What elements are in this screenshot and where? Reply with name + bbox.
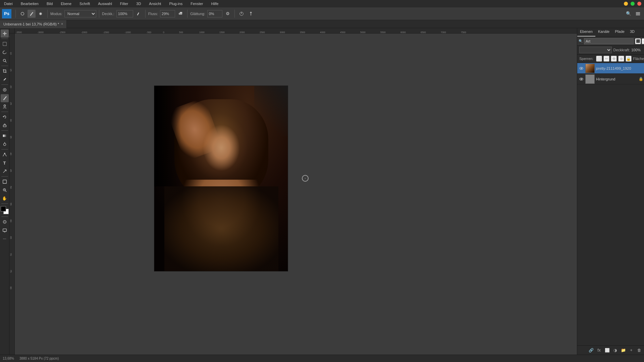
layer-row[interactable]: Hintergrund 🔒	[577, 74, 644, 84]
lock-position-btn[interactable]: ✤	[611, 56, 617, 62]
document-tab[interactable]: Unbenannt-1 bei 13,7% (RGB/8) * ×	[0, 20, 67, 28]
quick-select-tool[interactable]	[1, 57, 9, 65]
clone-tool[interactable]	[1, 103, 9, 111]
canvas-viewport[interactable]	[15, 34, 577, 355]
svg-line-12	[5, 61, 6, 63]
canvas-area: -3500 -3000 -2500 -2000 -1500 -1000 -500…	[9, 28, 577, 355]
text-tool[interactable]: T	[1, 159, 9, 167]
layer-fx-btn[interactable]: fx	[596, 347, 602, 354]
layer-new-btn[interactable]: +	[628, 347, 635, 354]
lasso-tool[interactable]	[1, 48, 9, 56]
screen-mode-btn[interactable]	[1, 226, 9, 234]
layer-mask-btn[interactable]: ⬜	[604, 347, 610, 354]
workspace-btn[interactable]	[634, 10, 642, 18]
dodge-tool[interactable]	[1, 140, 9, 148]
crop-tool[interactable]	[1, 67, 9, 75]
canvas-document	[154, 85, 288, 272]
close-button[interactable]	[637, 2, 641, 6]
lock-artboard-btn[interactable]: ⊕	[618, 56, 624, 62]
glattung-input[interactable]	[207, 10, 222, 17]
menubar: Datei Bearbeiten Bild Ebene Schrift Ausw…	[0, 0, 644, 7]
svg-point-14	[4, 105, 5, 107]
quick-mask-btn[interactable]	[1, 218, 9, 226]
layer-filter-pixel-btn[interactable]: ⬛	[635, 38, 641, 44]
shape-tool[interactable]	[1, 178, 9, 186]
layer-visibility-btn[interactable]	[579, 66, 584, 71]
lock-pixels-btn[interactable]: ✏	[603, 56, 609, 62]
menu-hilfe[interactable]: Hilfe	[210, 1, 220, 6]
tab-close-btn[interactable]: ×	[61, 22, 63, 26]
deckung-input[interactable]	[116, 10, 133, 17]
menu-ansicht[interactable]: Ansicht	[148, 1, 162, 6]
eraser-tool[interactable]	[1, 121, 9, 129]
pen-tool[interactable]	[1, 150, 9, 159]
airbrush-btn[interactable]	[176, 10, 184, 18]
tab-kanaele[interactable]: Kanäle	[595, 28, 612, 37]
layer-name: pretty-2111499_1920	[596, 66, 643, 70]
brush-btn[interactable]	[28, 10, 36, 18]
move-tool[interactable]	[1, 29, 9, 38]
zoom-tool[interactable]	[1, 186, 9, 194]
menu-auswahl[interactable]: Auswahl	[97, 1, 113, 6]
tab-3d[interactable]: 3D	[627, 28, 637, 37]
menu-fenster[interactable]: Fenster	[189, 1, 204, 6]
lock-all-btn[interactable]: 🔒	[626, 56, 632, 62]
opacity-value[interactable]: 100%	[631, 48, 642, 52]
menu-3d[interactable]: 3D	[135, 1, 142, 6]
tab-pfade[interactable]: Pfade	[612, 28, 627, 37]
menu-schrift[interactable]: Schrift	[78, 1, 91, 6]
menu-bild[interactable]: Bild	[45, 1, 54, 6]
maximize-button[interactable]	[631, 2, 635, 6]
healing-tool[interactable]	[1, 86, 9, 94]
toolbar: Ps Modus: Normal Multiplizieren Bildschi…	[0, 7, 644, 20]
layer-visibility-btn[interactable]	[579, 76, 584, 82]
symmetry-btn[interactable]	[247, 10, 255, 18]
deckung-pen-btn[interactable]	[135, 10, 143, 18]
menu-plugins[interactable]: Plug-ins	[168, 1, 184, 6]
minimize-button[interactable]	[624, 2, 628, 6]
toolbar-sep-1	[15, 10, 16, 18]
menu-filter[interactable]: Filter	[119, 1, 129, 6]
search-btn[interactable]: 🔍	[625, 10, 633, 18]
marquee-tool[interactable]	[1, 40, 9, 48]
fluss-input[interactable]	[160, 10, 175, 17]
path-select-tool[interactable]	[1, 167, 9, 175]
layer-delete-btn[interactable]: 🗑	[636, 347, 643, 354]
hand-tool[interactable]: ✋	[1, 194, 9, 202]
layer-type-search[interactable]	[584, 38, 634, 44]
eyedropper-tool[interactable]	[1, 75, 9, 83]
svg-rect-26	[3, 229, 6, 232]
layers-list: pretty-2111499_1920 Hintergrund 🔒	[577, 63, 644, 345]
menu-bearbeiten[interactable]: Bearbeiten	[19, 1, 40, 6]
blend-mode-select[interactable]: Normal	[579, 47, 612, 53]
ltool-sep-6	[1, 149, 8, 149]
brush-options-btn[interactable]	[18, 10, 26, 18]
cursor	[302, 175, 309, 182]
tab-ebenen[interactable]: Ebenen	[577, 28, 595, 37]
svg-rect-16	[3, 135, 6, 137]
layer-adjustment-btn[interactable]: ◑	[612, 347, 619, 354]
menu-datei[interactable]: Datei	[3, 1, 14, 6]
lock-icons: ⬜ ✏ ✤ ⊕ 🔒	[596, 56, 632, 62]
layer-row[interactable]: pretty-2111499_1920	[577, 63, 644, 74]
angle-btn[interactable]	[237, 10, 246, 18]
brush-hardness-btn[interactable]	[37, 10, 45, 18]
menu-ebene[interactable]: Ebene	[59, 1, 73, 6]
lock-transparent-btn[interactable]: ⬜	[596, 56, 602, 62]
gradient-tool[interactable]	[1, 132, 9, 140]
more-tools-btn[interactable]: ···	[1, 235, 9, 243]
glattung-settings-btn[interactable]: ⚙	[224, 10, 232, 18]
layer-lock-icon: 🔒	[639, 77, 643, 81]
layer-link-btn[interactable]: 🔗	[588, 347, 594, 354]
layer-filter-adjust-btn[interactable]: ◑	[642, 38, 644, 44]
layer-group-btn[interactable]: 📁	[620, 347, 627, 354]
svg-point-25	[4, 221, 5, 223]
svg-rect-9	[636, 14, 640, 15]
history-brush-tool[interactable]	[1, 113, 9, 121]
svg-rect-7	[636, 12, 640, 13]
fluss-label: Fluss:	[148, 12, 158, 16]
brush-tool[interactable]	[1, 94, 9, 102]
fill-label: Fläche:	[633, 57, 644, 61]
foreground-color-swatch[interactable]	[1, 206, 6, 212]
modus-select[interactable]: Normal Multiplizieren Bildschirm	[64, 10, 96, 17]
